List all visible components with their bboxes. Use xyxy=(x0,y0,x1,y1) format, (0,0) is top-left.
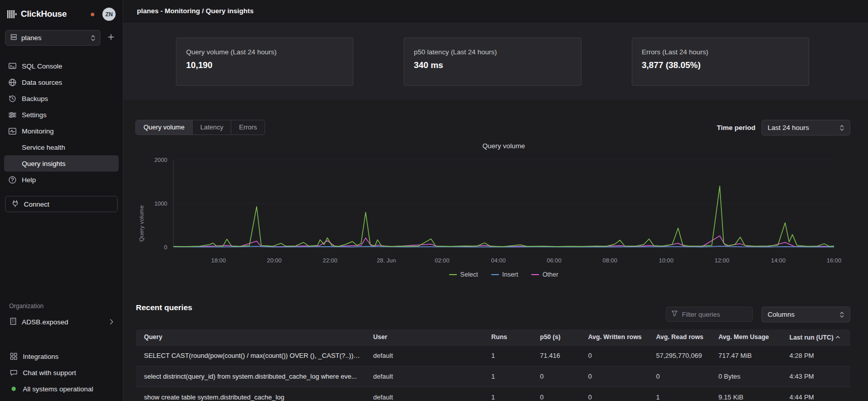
column-header-p50-s[interactable]: p50 (s) xyxy=(532,329,580,345)
stat-value: 340 ms xyxy=(414,60,571,71)
sidebar-item-label: SQL Console xyxy=(22,62,62,70)
column-header-user[interactable]: User xyxy=(365,329,483,345)
connect-label: Connect xyxy=(24,201,49,208)
x-tick-label: 20:00 xyxy=(267,257,282,263)
table-row[interactable]: select distrinct(query_id) from system.d… xyxy=(136,366,850,387)
funnel-icon xyxy=(671,310,678,318)
sidebar-item-backups[interactable]: Backups xyxy=(4,90,119,107)
sidebar-item-query-insights[interactable]: Query insights xyxy=(4,155,119,172)
cell-runs: 1 xyxy=(483,366,532,387)
sidebar-item-label: Backups xyxy=(22,95,48,103)
cell-avg_mem: 0 Bytes xyxy=(710,366,781,387)
x-tick-label: 16:00 xyxy=(827,257,842,263)
clickhouse-logo-icon xyxy=(7,10,17,19)
legend-item-select[interactable]: Select xyxy=(449,271,478,278)
stat-card-p50-latency-last-24-hours: p50 latency (Last 24 hours)340 ms xyxy=(404,38,581,86)
plus-icon xyxy=(107,34,115,43)
cell-avg_written: 0 xyxy=(580,387,648,401)
chevron-updown-icon xyxy=(91,35,95,42)
columns-label: Columns xyxy=(768,311,794,318)
time-period-value: Last 24 hours xyxy=(768,124,809,131)
table-row[interactable]: SELECT CAST(round(pow(count() / max(coun… xyxy=(136,345,850,366)
recent-queries-title: Recent queries xyxy=(136,303,192,312)
sidebar-item-monitoring[interactable]: Monitoring xyxy=(4,123,119,139)
legend-swatch xyxy=(449,274,457,275)
column-header-label: Runs xyxy=(491,333,507,341)
sidebar-item-service-health[interactable]: Service health xyxy=(4,139,119,155)
legend-item-other[interactable]: Other xyxy=(531,271,558,278)
x-tick-label: 10:00 xyxy=(659,257,674,263)
column-header-avg-read-rows[interactable]: Avg. Read rows xyxy=(648,329,710,345)
column-header-label: Query xyxy=(144,333,162,341)
x-tick-label: 18:00 xyxy=(211,257,226,263)
stat-label: Errors (Last 24 hours) xyxy=(642,48,799,56)
table-row[interactable]: show create table system.distributed_cac… xyxy=(136,387,850,401)
column-header-avg-written-rows[interactable]: Avg. Written rows xyxy=(580,329,648,345)
column-header-label: Avg. Mem Usage xyxy=(718,333,769,341)
add-service-button[interactable] xyxy=(103,30,119,46)
column-header-label: Avg. Read rows xyxy=(656,333,703,341)
tab-latency[interactable]: Latency xyxy=(193,120,232,135)
filter-queries-input[interactable]: Filter queries xyxy=(666,307,753,322)
x-tick-label: 06:00 xyxy=(547,257,562,263)
tab-query-volume[interactable]: Query volume xyxy=(136,120,193,135)
service-name: planes xyxy=(21,34,42,42)
column-header-avg-mem-usage[interactable]: Avg. Mem Usage xyxy=(710,329,781,345)
chevron-updown-icon xyxy=(840,124,844,131)
cell-p50: 0 xyxy=(532,387,580,401)
avatar[interactable]: ZN xyxy=(102,8,116,21)
cell-p50: 0 xyxy=(532,366,580,387)
cell-last_run: 4:28 PM xyxy=(781,345,850,366)
organization-row[interactable]: ADSB.exposed xyxy=(5,314,118,329)
stat-card-errors-last-24-hours: Errors (Last 24 hours)3,877 (38.05%) xyxy=(632,38,809,86)
help-icon xyxy=(8,176,17,184)
connect-button[interactable]: Connect xyxy=(5,196,118,212)
sidebar-item-label: Data sources xyxy=(22,79,62,86)
cell-user: default xyxy=(365,366,483,387)
column-header-last-run-utc[interactable]: Last run (UTC) xyxy=(781,329,850,345)
sidebar-item-all-systems-operational[interactable]: All systems operational xyxy=(5,381,118,397)
x-tick-label: 28. Jun xyxy=(377,257,396,263)
legend-label: Other xyxy=(542,271,558,278)
tab-group: Query volumeLatencyErrors xyxy=(135,120,265,135)
x-tick-label: 04:00 xyxy=(491,257,506,263)
sidebar-item-data-sources[interactable]: Data sources xyxy=(4,74,119,90)
sidebar-item-help[interactable]: Help xyxy=(4,172,119,188)
cell-query: select distrinct(query_id) from system.d… xyxy=(136,366,365,387)
service-selector[interactable]: planes xyxy=(5,30,100,46)
table-body: SELECT CAST(round(pow(count() / max(coun… xyxy=(136,345,850,401)
time-period-select[interactable]: Last 24 hours xyxy=(762,120,850,136)
sidebar-item-settings[interactable]: Settings xyxy=(4,107,119,123)
cell-avg_written: 0 xyxy=(580,366,648,387)
brand-name: ClickHouse xyxy=(21,9,67,19)
sidebar-footer-label: All systems operational xyxy=(23,385,93,393)
sidebar-item-sql-console[interactable]: SQL Console xyxy=(4,58,119,74)
legend-label: Select xyxy=(460,271,478,278)
stat-value: 10,190 xyxy=(186,60,343,71)
column-header-runs[interactable]: Runs xyxy=(483,329,532,345)
status-ok-icon xyxy=(9,385,18,393)
column-header-label: p50 (s) xyxy=(540,333,560,341)
app-root: { "topbar": { "title": "planes - Monitor… xyxy=(0,0,868,401)
column-header-label: User xyxy=(373,333,387,341)
topbar: planes - Monitoring / Query insights xyxy=(123,0,868,22)
organization-name: ADSB.exposed xyxy=(22,318,68,326)
cell-user: default xyxy=(365,345,483,366)
column-header-query[interactable]: Query xyxy=(136,329,365,345)
stat-label: Query volume (Last 24 hours) xyxy=(186,48,343,56)
connect-icon xyxy=(11,199,19,209)
cell-avg_mem: 9.15 KiB xyxy=(710,387,781,401)
stat-label: p50 latency (Last 24 hours) xyxy=(414,48,571,56)
legend-item-insert[interactable]: Insert xyxy=(491,271,518,278)
notification-dot xyxy=(91,13,94,16)
columns-select[interactable]: Columns xyxy=(762,307,850,322)
sidebar-item-chat-with-support[interactable]: Chat with support xyxy=(5,364,118,381)
x-tick-label: 02:00 xyxy=(435,257,450,263)
sidebar-item-integrations[interactable]: Integrations xyxy=(5,348,118,364)
stat-value: 3,877 (38.05%) xyxy=(642,60,799,71)
backups-icon xyxy=(8,94,17,103)
tab-errors[interactable]: Errors xyxy=(231,120,264,135)
y-tick-label: 2000 xyxy=(154,157,167,163)
legend-swatch xyxy=(491,274,499,275)
recent-queries-table: QueryUserRunsp50 (s)Avg. Written rowsAvg… xyxy=(136,329,850,401)
